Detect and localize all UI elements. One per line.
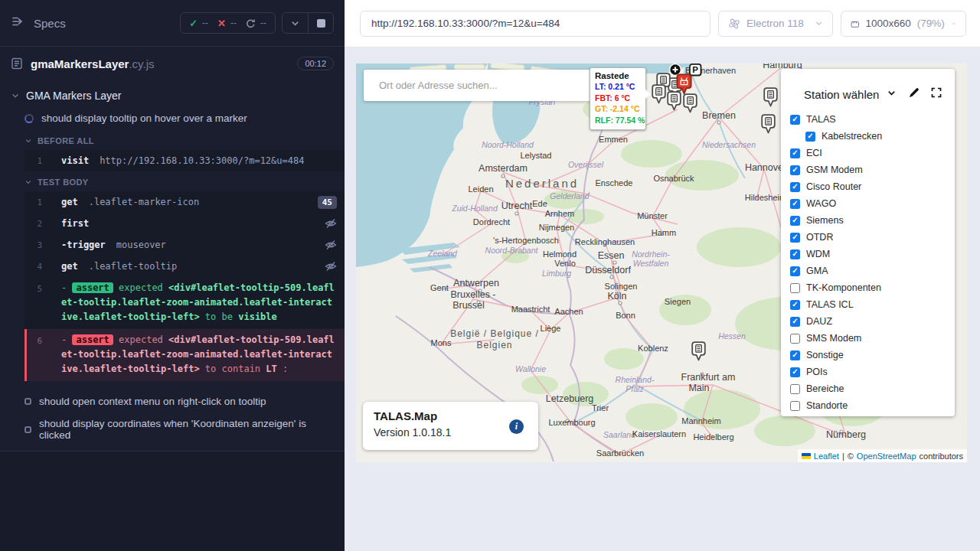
checkbox-checked[interactable]: ✓ bbox=[790, 216, 800, 226]
checkbox-unchecked[interactable] bbox=[790, 384, 800, 394]
browser-selector[interactable]: Electron 118 bbox=[718, 11, 833, 37]
test-row-active[interactable]: should display tooltip on hover over a m… bbox=[0, 106, 345, 130]
checkbox-checked[interactable]: ✓ bbox=[790, 148, 800, 158]
command-method: get bbox=[61, 261, 78, 272]
chevron-down-icon[interactable] bbox=[887, 87, 897, 101]
station-marker-icon[interactable] bbox=[762, 115, 775, 132]
assert-failed[interactable]: 6- assert expected <div#leaflet-tooltip-… bbox=[24, 329, 345, 381]
layer-checkbox-row[interactable]: ✓DAUZ bbox=[790, 313, 955, 330]
spec-row[interactable]: gmaMarkersLayer.cy.js 00:12 bbox=[0, 47, 345, 80]
hook-before-all[interactable]: BEFORE ALL bbox=[0, 130, 345, 150]
map-canvas[interactable]: P bbox=[356, 64, 967, 462]
command-number: 5 bbox=[24, 281, 42, 324]
checkbox-checked[interactable]: ✓ bbox=[790, 182, 800, 192]
p-marker-icon[interactable] bbox=[690, 64, 701, 76]
checkbox-unchecked[interactable] bbox=[790, 334, 800, 344]
app-right-pane: http://192.168.10.33:3000/?m=12&u=484 El… bbox=[345, 0, 980, 551]
viewport-size: 1000x660 bbox=[865, 18, 910, 29]
test-row-pending[interactable]: should display coordinates when 'Koordin… bbox=[0, 412, 345, 446]
layer-checkbox-row[interactable]: ✓ECI bbox=[790, 145, 955, 161]
checkbox-unchecked[interactable] bbox=[790, 401, 800, 411]
map-search-input[interactable]: Ort oder Adresse suchen... bbox=[364, 70, 596, 101]
map-place-label: Recklinghausen bbox=[575, 237, 635, 246]
command-row[interactable]: 4get.leaflet-tooltip bbox=[24, 256, 345, 277]
layer-checkbox-row[interactable]: ✓OTDR bbox=[790, 229, 955, 246]
layer-checkbox-row[interactable]: ✓TALAS bbox=[790, 111, 955, 128]
leaflet-link[interactable]: Leaflet bbox=[814, 452, 839, 461]
tooltip-value-row: GT: -2.14 °C bbox=[595, 103, 641, 115]
map-place-label: Münster bbox=[637, 211, 668, 220]
layer-checkbox-row[interactable]: ✓Kabelstrecken bbox=[805, 128, 955, 145]
layer-checkbox-row[interactable]: ✓WAGO bbox=[790, 195, 955, 212]
layer-label: GMA bbox=[806, 266, 828, 276]
checkbox-checked[interactable]: ✓ bbox=[790, 115, 800, 125]
osm-link[interactable]: OpenStreetMap bbox=[857, 452, 916, 461]
hook-test-body[interactable]: TEST BODY bbox=[0, 171, 345, 191]
command-indicator bbox=[325, 217, 337, 230]
layer-checkbox-row[interactable]: ✓Siemens bbox=[790, 212, 955, 229]
layer-checkbox-row[interactable]: TK-Komponenten bbox=[790, 279, 955, 296]
command-row[interactable]: 1visithttp://192.168.10.33:3000/?m=12&u=… bbox=[24, 150, 345, 171]
map-place-label: Brussel bbox=[452, 300, 485, 311]
app-version: Version 1.0.18.1 bbox=[374, 426, 528, 439]
checkbox-checked[interactable]: ✓ bbox=[790, 300, 800, 310]
collapse-tests-button[interactable] bbox=[283, 13, 308, 33]
station-marker-icon[interactable] bbox=[764, 88, 777, 106]
layer-checkbox-row[interactable]: ✓GMA bbox=[790, 262, 955, 279]
spec-name: gmaMarkersLayer.cy.js bbox=[31, 57, 154, 70]
command-row[interactable]: 2first bbox=[24, 213, 345, 234]
checkbox-unchecked[interactable] bbox=[790, 283, 800, 293]
map-place-label: Letzebuerg bbox=[546, 393, 594, 404]
checkbox-checked[interactable]: ✓ bbox=[805, 132, 815, 142]
fullscreen-expand-icon[interactable] bbox=[930, 86, 942, 102]
checkbox-checked[interactable]: ✓ bbox=[790, 317, 800, 327]
checkbox-checked[interactable]: ✓ bbox=[790, 233, 800, 243]
checkbox-checked[interactable]: ✓ bbox=[790, 350, 800, 360]
app-title: TALAS.Map bbox=[374, 409, 528, 422]
command-row[interactable]: 1get.leaflet-marker-icon45 bbox=[24, 191, 345, 213]
station-marker-icon[interactable] bbox=[684, 94, 697, 112]
map-place-label: Hamm bbox=[652, 228, 676, 237]
layer-checkbox-row[interactable]: Bereiche bbox=[790, 380, 955, 397]
map-place-label: Mons bbox=[431, 338, 452, 347]
checkbox-checked[interactable]: ✓ bbox=[790, 199, 800, 209]
layer-checkbox-row[interactable]: ✓POIs bbox=[790, 364, 955, 380]
layer-label: Kabelstrecken bbox=[822, 131, 882, 142]
stop-run-button[interactable] bbox=[308, 13, 333, 33]
specs-list-icon[interactable] bbox=[11, 15, 24, 31]
map-place-label: Noord-Brabant bbox=[485, 246, 539, 255]
url-bar[interactable]: http://192.168.10.33:3000/?m=12&u=484 bbox=[360, 11, 710, 37]
station-marker-icon[interactable] bbox=[652, 85, 665, 103]
viewport-size-control[interactable]: 1000x660 (79%) bbox=[841, 11, 966, 37]
station-marker-icon[interactable] bbox=[668, 92, 681, 109]
layer-checkbox-row[interactable]: SMS Modem bbox=[790, 330, 955, 347]
layer-checkbox-row[interactable]: ✓WDM bbox=[790, 246, 955, 262]
checkbox-checked[interactable]: ✓ bbox=[790, 249, 800, 259]
info-icon[interactable]: i bbox=[509, 419, 524, 434]
checkbox-checked[interactable]: ✓ bbox=[790, 165, 800, 175]
map-place-label: Rheinland- bbox=[616, 375, 655, 384]
map-place-label: Nürnberg bbox=[826, 429, 866, 440]
plus-marker-icon[interactable] bbox=[670, 64, 681, 76]
pending-test-icon bbox=[24, 398, 31, 405]
test-row-pending[interactable]: should open context menu on right-click … bbox=[0, 390, 345, 412]
map-place-label: Hessen bbox=[718, 331, 746, 341]
spec-file-icon bbox=[11, 57, 23, 70]
station-marker-icon[interactable] bbox=[692, 342, 705, 360]
map-place-label: Nederland bbox=[505, 177, 579, 190]
layer-label: Bereiche bbox=[806, 383, 844, 394]
layer-checkbox-row[interactable]: ✓TALAS ICL bbox=[790, 296, 955, 313]
map-place-label: Belgien bbox=[476, 340, 512, 350]
checkbox-checked[interactable]: ✓ bbox=[790, 367, 800, 377]
layer-checkbox-row[interactable]: ✓Sonstige bbox=[790, 347, 955, 364]
layer-checkbox-row[interactable]: Standorte bbox=[790, 397, 955, 414]
map-place-label: Utrecht bbox=[501, 201, 533, 211]
suite-row[interactable]: GMA Markers Layer bbox=[0, 85, 345, 106]
assert-passed[interactable]: 5- assert expected <div#leaflet-tooltip-… bbox=[24, 277, 345, 329]
checkbox-checked[interactable]: ✓ bbox=[790, 266, 800, 276]
layer-checkbox-row[interactable]: ✓GSM Modem bbox=[790, 161, 955, 178]
edit-pencil-icon[interactable] bbox=[908, 86, 920, 102]
command-row[interactable]: 3-triggermouseover bbox=[24, 234, 345, 256]
layer-checkbox-row[interactable]: ✓Cisco Router bbox=[790, 178, 955, 195]
tooltip-title: Rastede bbox=[595, 71, 641, 80]
